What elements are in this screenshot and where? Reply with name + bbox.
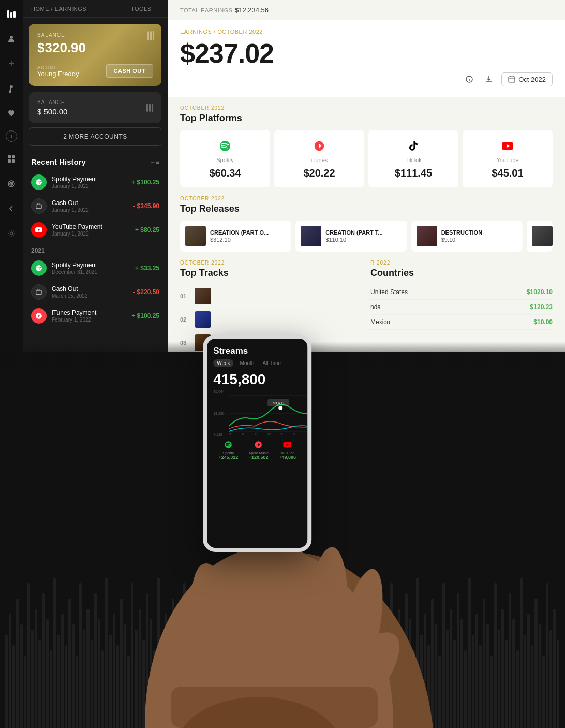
bar-item xyxy=(331,624,334,728)
favorites-icon[interactable] xyxy=(4,106,19,121)
release-thumb-2 xyxy=(301,226,321,246)
tx-date: January 1, 2022 xyxy=(52,231,130,237)
bar-item xyxy=(235,583,237,728)
bar-item xyxy=(553,609,556,728)
tracks-title: Top Tracks xyxy=(180,268,362,279)
bar-item xyxy=(335,656,337,728)
bar-item xyxy=(79,583,82,728)
bar-item xyxy=(420,635,423,728)
tiktok-icon xyxy=(375,138,452,154)
target-icon[interactable] xyxy=(4,176,19,192)
dashboard-icon[interactable] xyxy=(4,151,19,167)
logo-icon[interactable] xyxy=(4,6,19,22)
bar-item xyxy=(246,640,248,728)
bar-item xyxy=(357,619,360,728)
bar-item xyxy=(42,593,45,728)
bar-item xyxy=(302,593,304,728)
transaction-item: YouTube Payment January 1, 2022 + $80.25 xyxy=(23,218,168,242)
svg-rect-5 xyxy=(12,155,15,158)
bar-item xyxy=(512,619,515,728)
music-icon[interactable] xyxy=(4,81,19,96)
bar-item xyxy=(5,635,8,728)
bar-item xyxy=(249,593,252,728)
date-picker[interactable]: Oct 2022 xyxy=(501,72,553,86)
bar-item xyxy=(542,656,545,728)
bar-item xyxy=(539,624,541,728)
icon-sidebar: + i xyxy=(0,0,23,352)
release-card-4 xyxy=(527,221,553,252)
tx-spotify-1-info: Spotify Payment January 1, 2022 xyxy=(52,176,126,189)
top-platforms-section: OCTOBER 2022 Top Platforms Spotify $60.3… xyxy=(168,97,565,196)
info-button[interactable] xyxy=(462,72,477,86)
left-header: HOME / EARNINGS TOOLS ⋯ xyxy=(23,0,168,18)
bar-item xyxy=(98,619,100,728)
bar-item xyxy=(57,635,60,728)
releases-section-label: OCTOBER 2022 xyxy=(180,196,553,201)
countries-section-label: R 2022 xyxy=(370,260,553,266)
tx-cashout-1-info: Cash Out January 1, 2022 xyxy=(52,199,128,213)
tiktok-platform-name: TikTok xyxy=(375,157,452,163)
artist-info: ARTIST Young Freddy xyxy=(37,65,79,78)
bar-item xyxy=(113,614,115,728)
spotify-amount: $60.34 xyxy=(186,167,264,179)
bar-item xyxy=(83,630,85,728)
recent-history-more[interactable]: →≡ xyxy=(150,158,159,166)
download-button[interactable] xyxy=(482,72,496,86)
more-accounts-button[interactable]: 2 MORE ACCOUNTS xyxy=(29,127,161,146)
bar-item xyxy=(371,614,374,728)
bar-item xyxy=(416,578,419,728)
bar-item xyxy=(153,650,156,728)
gold-balance-card: BALANCE $320.90 ARTIST Young Freddy CASH… xyxy=(29,24,161,86)
balance-amount: $320.90 xyxy=(37,40,153,56)
track-row-2: 02 xyxy=(180,308,362,331)
release-info-1: CREATION (PART O... $312.10 xyxy=(210,229,269,243)
bar-item xyxy=(38,640,41,728)
settings-icon[interactable] xyxy=(4,226,19,241)
user-icon[interactable] xyxy=(4,31,19,47)
bar-item xyxy=(379,599,382,728)
country-amount-2: $120.23 xyxy=(530,303,553,311)
bar-item xyxy=(424,614,426,728)
add-icon[interactable]: + xyxy=(4,56,19,71)
bar-item xyxy=(305,619,308,728)
bar-item xyxy=(390,583,393,728)
bar-item xyxy=(483,599,485,728)
bar-item xyxy=(453,640,456,728)
tx-name: YouTube Payment xyxy=(52,223,130,230)
itunes-tx-icon xyxy=(31,308,47,324)
bar-item xyxy=(142,640,145,728)
svg-rect-13 xyxy=(36,290,42,295)
bar-item xyxy=(290,630,293,728)
bar-item xyxy=(350,640,352,728)
bar-item xyxy=(224,599,226,728)
bar-item xyxy=(442,583,444,728)
bar-item xyxy=(172,599,174,728)
bar-item xyxy=(124,624,126,728)
bar-item xyxy=(361,650,363,728)
bar-item xyxy=(338,583,341,728)
back-icon[interactable] xyxy=(4,201,19,216)
bar-item xyxy=(479,645,482,728)
bar-item xyxy=(353,593,356,728)
bar-item xyxy=(435,624,437,728)
bar-item xyxy=(31,630,34,728)
bar-item xyxy=(524,635,526,728)
bar-item xyxy=(279,624,282,728)
bar-item xyxy=(450,609,452,728)
bar-item xyxy=(283,656,286,728)
info-icon[interactable]: i xyxy=(6,130,17,142)
bar-item xyxy=(405,593,408,728)
right-panel: TOTAL EARNINGS $12,234.56 EARNINGS / OCT… xyxy=(168,0,565,352)
cash-out-button[interactable]: CASH OUT xyxy=(106,64,153,78)
tx-date: January 1, 2022 xyxy=(52,207,128,213)
country-name-mexico: Mexico xyxy=(370,318,390,326)
platforms-title: Top Platforms xyxy=(180,113,553,124)
bar-item xyxy=(287,583,289,728)
recent-history-title: Recent History xyxy=(31,157,86,166)
bars-container xyxy=(0,521,565,728)
tools-menu[interactable]: TOOLS ⋯ xyxy=(131,5,159,12)
bar-item xyxy=(272,645,274,728)
bar-item xyxy=(516,650,519,728)
bar-item xyxy=(76,656,78,728)
transaction-item: Spotify Payment December 31, 2021 + $33.… xyxy=(23,256,168,280)
